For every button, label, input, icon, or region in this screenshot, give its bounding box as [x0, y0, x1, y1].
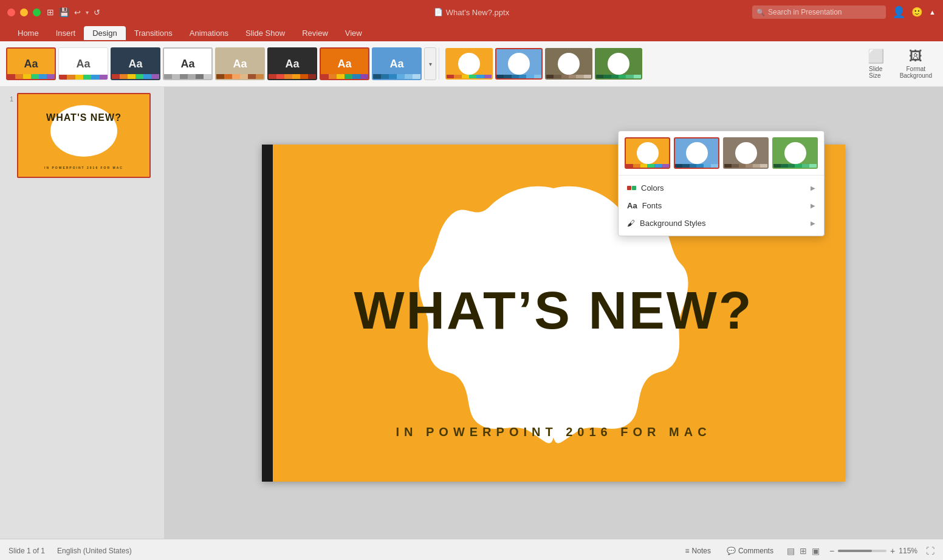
- account-icon[interactable]: 👤: [892, 5, 905, 19]
- tab-slideshow[interactable]: Slide Show: [237, 26, 293, 40]
- format-background-label: FormatBackground: [900, 66, 932, 79]
- dropdown-themes-row: [619, 131, 824, 176]
- undo-icon[interactable]: ↩: [74, 8, 81, 17]
- tab-design[interactable]: Design: [84, 26, 125, 40]
- slide-size-icon: ⬜: [868, 49, 884, 64]
- slide-subtitle: IN POWERPOINT 2016 FOR MAC: [262, 425, 845, 439]
- themes-scroll: Aa Aa Aa: [6, 47, 436, 80]
- notes-button[interactable]: ≡ Notes: [682, 545, 715, 556]
- redo-icon[interactable]: ↺: [94, 8, 100, 17]
- close-button[interactable]: [7, 9, 15, 16]
- slide-image-1[interactable]: WHAT'S NEW? IN POWERPOINT 2016 FOR MAC: [17, 93, 151, 178]
- theme-7[interactable]: Aa: [320, 47, 369, 80]
- fit-window-icon[interactable]: ⛶: [926, 546, 934, 556]
- tab-insert[interactable]: Insert: [47, 26, 84, 40]
- theme-5[interactable]: Aa: [215, 47, 265, 80]
- grid-icon[interactable]: ⊞: [47, 7, 54, 17]
- dropdown-theme-4[interactable]: [772, 137, 818, 169]
- format-background-button[interactable]: 🖼 FormatBackground: [895, 46, 937, 81]
- tabs-bar: Home Insert Design Transitions Animation…: [0, 24, 943, 41]
- window-controls: [7, 9, 41, 16]
- ribbon-right: ⬜ SlideSize 🖼 FormatBackground: [863, 46, 937, 81]
- slide-size-button[interactable]: ⬜ SlideSize: [863, 46, 889, 81]
- save-icon[interactable]: 💾: [59, 7, 69, 17]
- zoom-level: 115%: [899, 547, 917, 555]
- slide-panel: 1 WHAT'S NEW? IN POWERPOINT 2016 FOR MAC: [0, 87, 164, 539]
- tab-review[interactable]: Review: [293, 26, 337, 40]
- search-wrapper: 🔍: [752, 5, 886, 19]
- themes-scroll-right[interactable]: ▾: [424, 47, 436, 80]
- theme-6[interactable]: Aa: [267, 47, 317, 80]
- title-bar-right: 🔍 👤 🙂 ▲: [752, 5, 936, 19]
- reading-view-icon[interactable]: ▣: [811, 545, 821, 557]
- notes-label: Notes: [692, 547, 711, 555]
- window-title: 📄 What's New?.pptx: [434, 8, 509, 17]
- zoom-control: − + 115%: [829, 546, 917, 556]
- grid-view-icon[interactable]: ⊞: [798, 545, 808, 557]
- background-styles-chevron: ▶: [811, 220, 815, 227]
- slide-info: Slide 1 of 1: [9, 547, 45, 555]
- emoji-icon[interactable]: 🙂: [911, 7, 923, 18]
- comments-icon: 💬: [727, 547, 736, 555]
- search-input[interactable]: [752, 5, 886, 19]
- canvas-area: WHAT’S NEW? IN POWERPOINT 2016 FOR MAC: [164, 87, 943, 539]
- menu-item-colors[interactable]: Colors ▶: [619, 179, 824, 197]
- main-area: 1 WHAT'S NEW? IN POWERPOINT 2016 FOR MAC…: [0, 87, 943, 539]
- zoom-slider[interactable]: [838, 550, 886, 552]
- background-styles-label: Background Styles: [640, 219, 705, 228]
- menu-item-fonts[interactable]: Aa Fonts ▶: [619, 197, 824, 214]
- colors-icon: [627, 186, 636, 190]
- search-icon: 🔍: [756, 9, 765, 16]
- background-styles-icon: 🖌: [627, 219, 635, 228]
- colors-chevron: ▶: [811, 185, 815, 191]
- normal-view-icon[interactable]: ▤: [786, 545, 796, 557]
- slide-number: 1: [5, 93, 13, 103]
- theme-2[interactable]: Aa: [58, 47, 108, 80]
- colors-label: Colors: [641, 183, 664, 193]
- variant-4[interactable]: [595, 48, 642, 80]
- notes-icon: ≡: [685, 547, 690, 555]
- view-icons: ▤ ⊞ ▣: [786, 545, 821, 557]
- slide-mini-title: WHAT'S NEW?: [18, 112, 149, 123]
- comments-button[interactable]: 💬 Comments: [723, 545, 777, 556]
- status-bar-right: ≡ Notes 💬 Comments ▤ ⊞ ▣ − + 115% ⛶: [682, 545, 934, 557]
- maximize-button[interactable]: [33, 9, 41, 16]
- ribbon: Aa Aa Aa: [0, 41, 943, 87]
- minimize-button[interactable]: [20, 9, 28, 16]
- theme-1[interactable]: Aa: [6, 47, 56, 80]
- dropdown-theme-1[interactable]: [625, 137, 670, 169]
- zoom-in-button[interactable]: +: [890, 546, 895, 556]
- theme-4[interactable]: Aa: [163, 47, 213, 80]
- comments-label: Comments: [738, 547, 773, 555]
- tab-transitions[interactable]: Transitions: [126, 26, 181, 40]
- slide-title: WHAT’S NEW?: [354, 284, 753, 337]
- dropdown-menu: Colors ▶ Aa Fonts ▶ 🖌 Background Styles: [619, 176, 824, 236]
- format-background-icon: 🖼: [909, 49, 922, 64]
- dropdown-theme-2[interactable]: [674, 137, 719, 169]
- theme-8[interactable]: Aa: [372, 47, 422, 80]
- variant-3[interactable]: [545, 48, 592, 80]
- tab-home[interactable]: Home: [9, 26, 47, 40]
- language-info: English (United States): [57, 547, 132, 555]
- undo-dropdown-icon[interactable]: ▾: [86, 9, 89, 16]
- variant-2[interactable]: [495, 48, 543, 80]
- slide-thumbnail-1[interactable]: 1 WHAT'S NEW? IN POWERPOINT 2016 FOR MAC: [5, 93, 159, 178]
- fonts-icon: Aa: [627, 201, 637, 210]
- variant-1[interactable]: [445, 48, 493, 80]
- title-bar: ⊞ 💾 ↩ ▾ ↺ 📄 What's New?.pptx 🔍 👤 🙂 ▲: [0, 0, 943, 24]
- theme-3[interactable]: Aa: [111, 47, 160, 80]
- zoom-fill: [838, 550, 872, 552]
- tab-view[interactable]: View: [337, 26, 371, 40]
- chevron-up-icon[interactable]: ▲: [929, 9, 936, 16]
- variants-section: [439, 48, 642, 80]
- menu-item-background-styles[interactable]: 🖌 Background Styles ▶: [619, 214, 824, 232]
- slide-size-label: SlideSize: [869, 66, 882, 79]
- slide-mini-subtitle: IN POWERPOINT 2016 FOR MAC: [18, 166, 149, 169]
- zoom-out-button[interactable]: −: [829, 546, 834, 556]
- tab-animations[interactable]: Animations: [181, 26, 237, 40]
- dropdown-theme-3[interactable]: [723, 137, 769, 169]
- themes-dropdown: Colors ▶ Aa Fonts ▶ 🖌 Background Styles: [618, 131, 825, 236]
- fonts-chevron: ▶: [811, 202, 815, 209]
- status-bar: Slide 1 of 1 English (United States) ≡ N…: [0, 539, 943, 560]
- fonts-label: Fonts: [642, 201, 662, 210]
